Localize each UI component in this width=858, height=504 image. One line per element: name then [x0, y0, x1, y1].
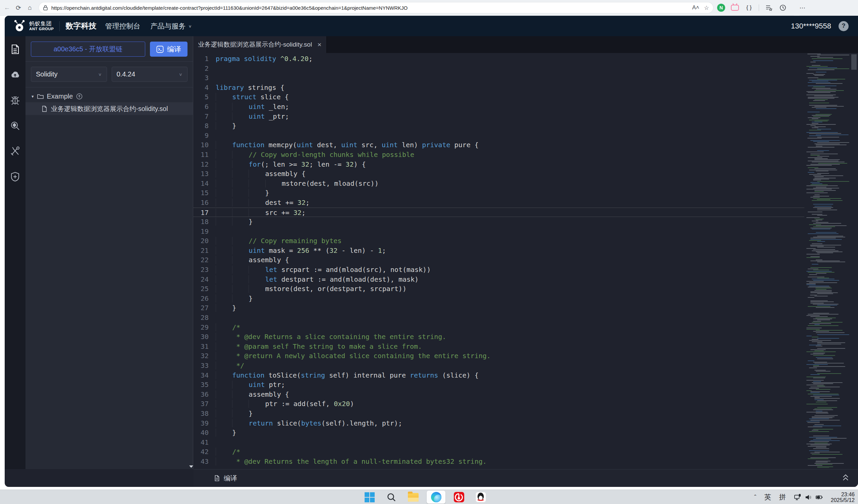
user-phone-number[interactable]: 130****9558 — [791, 22, 831, 31]
settings-more-icon[interactable]: ⋯ — [798, 3, 807, 12]
language-select[interactable]: Solidity ∨ — [31, 67, 107, 82]
qq-icon[interactable] — [475, 492, 486, 503]
code-line[interactable]: 5 struct slice { — [193, 92, 804, 102]
code-line[interactable]: 42 /* — [193, 447, 804, 457]
security-shield-icon[interactable] — [10, 171, 21, 182]
code-line[interactable]: 31 * @param self The string to make a sl… — [193, 342, 804, 352]
code-text: uint mask = 256 ** (32 - len) - 1; — [209, 246, 386, 256]
code-line[interactable]: 4library strings { — [193, 83, 804, 93]
battery-charging-icon[interactable] — [815, 493, 823, 501]
code-line[interactable]: 8 } — [193, 121, 804, 131]
close-icon[interactable]: × — [317, 40, 321, 49]
code-line[interactable]: 12 for(; len >= 32; len -= 32) { — [193, 160, 804, 169]
nav-digital-tech[interactable]: 数字科技 — [66, 21, 97, 31]
code-line[interactable]: 26 } — [193, 294, 804, 304]
scrollbar-thumb[interactable] — [851, 54, 857, 70]
editor-scrollbar[interactable] — [851, 54, 857, 469]
code-line[interactable]: 22 assembly { — [193, 255, 804, 265]
url-text[interactable]: https://openchain.antdigital.com/cloudid… — [51, 5, 687, 11]
code-line[interactable]: 19 — [193, 227, 804, 237]
home-icon[interactable]: ⌂ — [26, 3, 34, 12]
code-line[interactable]: 6 uint _len; — [193, 102, 804, 112]
code-line[interactable]: 15 } — [193, 188, 804, 198]
network-display-icon[interactable] — [794, 493, 801, 501]
code-line[interactable]: 18 } — [193, 217, 804, 227]
code-editor[interactable]: 1pragma solidity ^0.4.20;234library stri… — [193, 53, 858, 469]
tree-file-selected[interactable]: 业务逻辑数据浏览器展示合约-solidity.sol — [26, 102, 193, 115]
code-line[interactable]: 43 * @dev Returns the length of a null-t… — [193, 457, 804, 467]
ant-group-logo[interactable]: 蚂蚁集团 ANT GROUP — [13, 19, 54, 33]
expand-panel-icon[interactable] — [842, 473, 849, 483]
code-line[interactable]: 20 // Copy remaining bytes — [193, 236, 804, 246]
code-line[interactable]: 10 function memcpy(uint dest, uint src, … — [193, 140, 804, 150]
code-line[interactable]: 1pragma solidity ^0.4.20; — [193, 54, 804, 64]
tools-icon[interactable] — [10, 146, 21, 157]
favorite-star-icon[interactable]: ☆ — [704, 4, 709, 12]
code-line[interactable]: 32 * @return A newly allocated slice con… — [193, 351, 804, 361]
panel-scroll-down-arrow[interactable] — [189, 466, 193, 468]
code-line[interactable]: 40 } — [193, 428, 804, 438]
code-line[interactable]: 9 — [193, 131, 804, 141]
files-explorer-icon[interactable] — [10, 44, 21, 55]
code-line[interactable]: 35 uint ptr; — [193, 380, 804, 390]
tray-expand-icon[interactable]: ˆ — [754, 493, 756, 501]
clock[interactable]: 23:46 2025/5/12 — [831, 492, 855, 503]
read-aloud-icon[interactable]: A˄ — [692, 4, 699, 11]
tree-folder-example[interactable]: ▾ Example — [26, 90, 193, 102]
editor-tab-active[interactable]: 业务逻辑数据浏览器展示合约-solidity.sol × — [193, 36, 327, 53]
bilibili-icon[interactable] — [731, 3, 739, 12]
code-line[interactable]: 36 assembly { — [193, 390, 804, 400]
code-line[interactable]: 34 function toSlice(string self) interna… — [193, 371, 804, 380]
code-line[interactable]: 28 — [193, 313, 804, 323]
netease-music-icon[interactable] — [453, 492, 464, 503]
code-line[interactable]: 17 src += 32; — [193, 208, 804, 217]
sync-upload-icon[interactable] — [76, 93, 83, 100]
ime-english-indicator[interactable]: 英 — [764, 492, 771, 502]
bottom-compile-tab[interactable]: 编译 — [214, 474, 237, 483]
history-icon[interactable] — [779, 3, 787, 12]
code-line[interactable]: 30 * @dev Returns a slice containing the… — [193, 332, 804, 342]
compile-button[interactable]: 编译 — [150, 42, 188, 57]
speaker-icon[interactable] — [805, 493, 812, 501]
code-lines-container[interactable]: 1pragma solidity ^0.4.20;234library stri… — [193, 54, 804, 469]
code-line[interactable]: 2 — [193, 64, 804, 74]
collections-icon[interactable] — [764, 3, 773, 12]
debug-bug-icon[interactable] — [10, 95, 21, 106]
code-line[interactable]: 27 } — [193, 303, 804, 313]
ime-pinyin-indicator[interactable]: 拼 — [779, 492, 786, 502]
tree-expand-icon[interactable]: ▾ — [32, 94, 34, 99]
code-line[interactable]: 23 let srcpart := and(mload(src), not(ma… — [193, 265, 804, 275]
nav-console-link[interactable]: 管理控制台 — [105, 21, 141, 31]
taskbar-search-icon[interactable] — [386, 492, 397, 503]
edge-browser-icon-active[interactable] — [427, 491, 445, 504]
code-line[interactable]: 33 */ — [193, 361, 804, 371]
code-line[interactable]: 37 ptr := add(self, 0x20) — [193, 399, 804, 409]
code-line[interactable]: 38 } — [193, 409, 804, 419]
code-line[interactable]: 25 mstore(dest, or(destpart, srcpart)) — [193, 284, 804, 294]
nav-services-link[interactable]: 产品与服务∨ — [150, 21, 192, 31]
code-line[interactable]: 41 — [193, 438, 804, 447]
code-line[interactable]: 29 /* — [193, 323, 804, 332]
braces-extension-icon[interactable]: { } — [745, 3, 753, 12]
back-icon[interactable]: ← — [3, 3, 11, 12]
help-icon[interactable]: ? — [839, 21, 848, 31]
minimap[interactable] — [806, 54, 849, 468]
version-select[interactable]: 0.4.24 ∨ — [112, 67, 188, 82]
refresh-icon[interactable]: ⟳ — [14, 3, 23, 12]
file-explorer-icon[interactable] — [408, 492, 419, 503]
code-line[interactable]: 16 dest += 32; — [193, 198, 804, 208]
code-line[interactable]: 11 // Copy word-length chunks while poss… — [193, 150, 804, 160]
bug-search-icon[interactable] — [10, 120, 21, 131]
code-line[interactable]: 39 return slice(bytes(self).length, ptr)… — [193, 419, 804, 428]
windows-start-icon[interactable] — [364, 492, 375, 503]
code-line[interactable]: 14 mstore(dest, mload(src)) — [193, 179, 804, 189]
cloud-upload-icon[interactable] — [10, 69, 21, 80]
code-line[interactable]: 13 assembly { — [193, 169, 804, 179]
code-line[interactable]: 3 — [193, 73, 804, 83]
chain-endpoint-box[interactable]: a00e36c5 - 开放联盟链 — [31, 42, 145, 57]
code-line[interactable]: 7 uint _ptr; — [193, 112, 804, 121]
code-line[interactable]: 21 uint mask = 256 ** (32 - len) - 1; — [193, 246, 804, 256]
address-bar[interactable]: https://openchain.antdigital.com/cloudid… — [39, 2, 713, 13]
code-line[interactable]: 24 let destpart := and(mload(dest), mask… — [193, 275, 804, 284]
extension-n-icon[interactable]: N — [717, 4, 725, 12]
